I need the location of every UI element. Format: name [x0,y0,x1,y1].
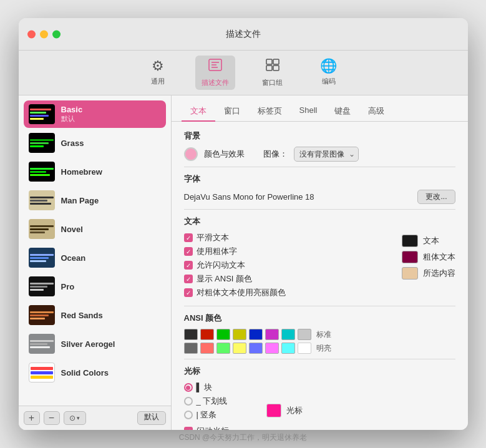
profile-item-manpage[interactable]: Man Page [24,187,166,214]
ansi-swatch-7[interactable] [298,329,311,340]
blink-cursor-label: 闪动光标 [197,426,229,430]
ansi-bright-swatch-2[interactable] [216,343,230,354]
ansi-swatch-2[interactable] [216,329,230,340]
cb-blink-cursor[interactable] [184,427,193,430]
ansi-swatch-6[interactable] [281,329,295,340]
bold-color-label: 粗体文本 [423,251,455,263]
content-area: Basic 默认 Grass [19,95,468,430]
window-title: 描述文件 [226,29,261,40]
tab-tabbar[interactable]: 标签页 [249,102,291,122]
cb-label-brightbold: 对粗体文本使用亮丽颜色 [197,287,286,298]
tab-encoding-label: 编码 [322,77,336,86]
bg-image-select[interactable]: 没有背景图像 [294,147,359,162]
ansi-bright-swatch-4[interactable] [249,343,263,354]
font-name: DejaVu Sans Mono for Powerline 18 [184,192,314,202]
default-button[interactable]: 默认 [137,411,166,425]
tab-advanced[interactable]: 高级 [359,102,393,122]
maximize-button[interactable] [52,30,61,38]
profile-item-grass[interactable]: Grass [24,129,166,157]
profile-name-solidcolors: Solid Colors [61,368,109,377]
cb-label-smooth: 平滑文本 [197,232,229,243]
ansi-swatch-0[interactable] [184,329,198,340]
ansi-bright-swatch-0[interactable] [184,343,198,354]
thumb-grass [29,133,55,153]
tab-shell[interactable]: Shell [291,102,326,122]
svg-rect-7 [273,66,279,71]
tab-encoding[interactable]: 🌐 编码 [310,56,347,90]
ansi-swatch-4[interactable] [249,329,263,340]
profile-item-solidcolors[interactable]: Solid Colors [24,359,166,386]
ansi-bright-swatch-7[interactable] [298,343,311,354]
cb-smooth[interactable] [184,233,193,242]
ansi-color-grid: 标准 明亮 [184,329,455,354]
thumb-ocean [29,248,55,268]
cb-bold[interactable] [184,247,193,256]
ansi-bright-swatch-1[interactable] [200,343,214,354]
profile-item-basic[interactable]: Basic 默认 [24,100,166,128]
tab-keyboard[interactable]: 键盘 [326,102,359,122]
ansi-swatch-5[interactable] [265,329,279,340]
tab-window[interactable]: 窗口 [215,102,249,122]
minus-icon: − [49,412,54,424]
thumb-basic [29,104,55,124]
close-button[interactable] [27,30,36,38]
selection-color-swatch[interactable] [402,267,418,280]
cursor-underline-label: _ 下划线 [197,396,228,407]
remove-profile-button[interactable]: − [44,411,60,425]
thumb-silveraerogel [29,334,55,354]
bold-color-swatch[interactable] [402,251,418,263]
cb-blink[interactable] [184,261,193,270]
profile-item-silveraerogel[interactable]: Silver Aerogel [24,330,166,358]
bg-color-swatch[interactable] [184,147,198,161]
cursor-type-block: ▌ 块 [184,382,229,393]
profile-info-homebrew: Homebrew [61,167,102,177]
svg-rect-4 [266,59,272,64]
ansi-bright-swatch-5[interactable] [265,343,279,354]
text-color-swatch[interactable] [402,235,418,247]
profile-item-homebrew[interactable]: Homebrew [24,158,166,185]
bg-image-select-wrap: 没有背景图像 [294,147,359,162]
ansi-swatch-3[interactable] [233,329,246,340]
profile-info-basic: Basic 默认 [61,105,83,124]
globe-icon: 🌐 [320,58,337,74]
cb-brightbold[interactable] [184,288,193,297]
add-profile-button[interactable]: + [24,411,40,425]
ansi-bright-swatch-3[interactable] [233,343,246,354]
profile-item-ocean[interactable]: Ocean [24,244,166,271]
main-panel: 文本 窗口 标签页 Shell 键盘 高级 背景 颜色与效果 图像： 没有背景图… [172,95,468,430]
ansi-bright-swatch-6[interactable] [281,343,295,354]
profile-item-novel[interactable]: Novel [24,215,166,243]
tab-general-label: 通用 [151,77,165,86]
profile-item-pro[interactable]: Pro [24,273,166,300]
section-title-text: 文本 [184,216,455,227]
text-color-item-1: 粗体文本 [402,251,455,263]
tab-profiles[interactable]: 描述文件 [195,56,235,90]
radio-block-inner [186,386,190,390]
cursor-color-swatch[interactable] [266,404,281,417]
profile-info-redsands: Red Sands [61,311,103,320]
ansi-swatch-1[interactable] [200,329,214,340]
cb-ansi[interactable] [184,275,193,283]
font-row: DejaVu Sans Mono for Powerline 18 更改... [184,190,455,204]
thumb-novel [29,219,55,239]
action-button[interactable]: ⊙ ▾ [64,411,86,425]
profile-name-silveraerogel: Silver Aerogel [61,339,115,349]
tab-windowgroups[interactable]: 窗口组 [254,56,291,90]
divider-4 [184,359,455,359]
profile-item-redsands[interactable]: Red Sands [24,301,166,329]
section-title-background: 背景 [184,130,455,142]
tab-text[interactable]: 文本 [182,102,215,122]
profile-list: Basic 默认 Grass [19,95,171,406]
text-color-item-0: 文本 [402,235,455,247]
tab-general[interactable]: ⚙ 通用 [139,56,177,90]
change-font-button[interactable]: 更改... [417,190,455,204]
tab-windowgroups-label: 窗口组 [262,78,283,87]
cursor-left: ▌ 块 _ 下划线 | 竖条 闪动光标 [184,382,229,430]
radio-block[interactable] [184,383,193,392]
ansi-standard-row: 标准 [184,329,455,340]
thumb-redsands [29,305,55,325]
radio-bar[interactable] [184,411,193,419]
radio-underline[interactable] [184,397,193,406]
traffic-lights [27,30,61,38]
minimize-button[interactable] [40,30,48,38]
